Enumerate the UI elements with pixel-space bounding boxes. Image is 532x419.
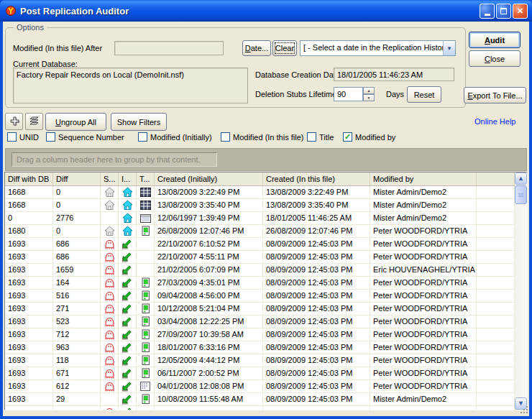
table-cell: 1693 — [5, 380, 53, 393]
table-cell: 10/12/2008 5:21:04 PM — [155, 303, 263, 316]
table-cell: 08/09/2009 12:45:03 PM — [263, 316, 370, 328]
table-row[interactable]: 169352303/04/2008 12:22:25 PM08/09/2009 … — [5, 316, 515, 328]
checkbox-modified-in-this-file-[interactable]: Modified (In this file) — [221, 132, 303, 142]
table-row[interactable]: 0277612/06/1997 1:39:49 PM18/01/2005 11:… — [5, 212, 515, 225]
collapse-all-button[interactable] — [25, 113, 43, 130]
maximize-button[interactable] — [496, 4, 511, 19]
table-row[interactable]: 1668013/08/2009 3:22:49 PM13/08/2009 3:2… — [5, 186, 515, 199]
group-by-area[interactable]: Drag a column header here to group by th… — [5, 148, 527, 171]
table-row[interactable]: 169371227/09/2007 10:39:58 AM08/09/2009 … — [5, 328, 515, 341]
table-row[interactable]: 1680026/08/2009 12:07:46 PM26/08/2009 12… — [5, 225, 515, 238]
checkbox-unchecked-icon[interactable] — [7, 132, 17, 142]
checkbox-unchecked-icon[interactable] — [138, 132, 147, 142]
table-row[interactable]: 169311812/05/2009 4:44:12 PM08/09/2009 1… — [5, 354, 515, 367]
import-icon — [119, 316, 137, 328]
ungroup-all-button[interactable]: Ungroup All — [45, 113, 106, 131]
close-icon: ✕ — [517, 6, 523, 16]
close-button[interactable]: Close — [469, 50, 520, 67]
table-row[interactable]: 169351609/04/2008 4:56:00 PM08/09/2009 1… — [5, 290, 515, 303]
column-header-diff[interactable]: Diff — [53, 172, 101, 185]
minimize-button[interactable] — [480, 4, 495, 19]
spin-up-icon[interactable]: ▲ — [363, 87, 375, 94]
table-cell: 1693 — [5, 316, 53, 328]
spin-down-icon[interactable]: ▼ — [363, 94, 375, 101]
checkbox-sequence-number[interactable]: Sequence Number — [46, 132, 124, 142]
table-row[interactable]: 169368622/10/2007 6:10:52 PM08/09/2009 1… — [5, 238, 515, 251]
stubs-lifetime-label: Deletion Stubs Lifetime: — [255, 90, 339, 98]
ghost-icon — [101, 290, 119, 303]
audit-button[interactable]: Audit — [469, 32, 520, 48]
expand-plus-icon — [9, 115, 20, 128]
table-row[interactable]: 169396318/01/2007 6:33:16 PM08/09/2009 1… — [5, 341, 515, 354]
export-to-file-button[interactable]: Export To File... — [464, 87, 526, 103]
replication-history-dropdown[interactable]: [ - Select a date in the Replication His… — [300, 40, 456, 56]
table-row[interactable]: 1693165921/02/2005 6:07:09 PM08/09/2009 … — [5, 264, 515, 277]
table-cell: 686 — [53, 238, 101, 251]
date-button[interactable]: Date... — [242, 40, 271, 56]
table-cell — [477, 393, 515, 406]
table-cell: 1693 — [5, 290, 53, 303]
resize-grip[interactable] — [520, 405, 528, 415]
table-cell: 18/01/2007 6:33:16 PM — [155, 341, 263, 354]
table-row[interactable]: 169368622/10/2007 4:55:11 PM08/09/2009 1… — [5, 251, 515, 264]
table-cell: 671 — [53, 367, 101, 380]
stubs-lifetime-input[interactable] — [334, 87, 363, 101]
table-row[interactable] — [5, 406, 515, 410]
checkbox-modified-initially-[interactable]: Modified (Initially) — [138, 132, 212, 142]
table-cell — [155, 406, 263, 410]
table-cell: 1693 — [5, 354, 53, 367]
import-icon — [119, 303, 137, 316]
table-row[interactable]: 16932910/08/2009 11:55:48 AM08/09/2009 1… — [5, 393, 515, 406]
import-icon — [119, 341, 137, 354]
checkbox-unid[interactable]: UNID — [7, 132, 39, 142]
column-header-t[interactable]: T... — [137, 172, 155, 185]
table-cell: 08/09/2009 12:45:03 PM — [263, 341, 370, 354]
table-cell: 1693 — [5, 277, 53, 290]
table-cell: 08/09/2009 12:45:03 PM — [263, 367, 370, 380]
scroll-up-icon[interactable]: ▲ — [515, 172, 527, 185]
doc-icon — [137, 225, 155, 238]
grid-icon — [137, 380, 155, 393]
table-cell: 13/08/2009 3:22:49 PM — [263, 186, 370, 199]
online-help-link[interactable]: Online Help — [474, 117, 515, 126]
table-cell: 1659 — [53, 264, 101, 277]
scrollbar-thumb[interactable] — [515, 185, 527, 204]
vertical-scrollbar[interactable]: ▲ ▼ — [515, 172, 527, 410]
checkbox-unchecked-icon[interactable] — [307, 132, 316, 142]
column-header-created-in-this-file[interactable]: Created (In this file) — [263, 172, 370, 185]
column-header-created-initially[interactable]: Created (Initially) — [155, 172, 263, 185]
column-header-diff-with-db[interactable]: Diff with DB — [5, 172, 53, 185]
table-cell — [477, 316, 515, 328]
show-filters-button[interactable]: Show Filters — [111, 113, 167, 131]
clear-button[interactable]: Clear — [272, 40, 297, 56]
column-header-modified-by[interactable]: Modified by — [370, 172, 477, 185]
table-cell: 06/11/2007 2:00:52 PM — [155, 367, 263, 380]
import-icon — [119, 380, 137, 393]
table-cell: Peter WOODFORD/YTRIA — [370, 354, 477, 367]
column-header-s[interactable]: S... — [101, 172, 119, 185]
column-header-empty[interactable] — [477, 172, 515, 185]
table-row[interactable]: 169367106/11/2007 2:00:52 PM08/09/2009 1… — [5, 367, 515, 380]
chevron-down-icon[interactable]: ▼ — [443, 41, 455, 55]
titlebar[interactable]: Post Replication Auditor ✕ — [0, 0, 532, 22]
column-header-i[interactable]: I... — [119, 172, 137, 185]
checkbox-checked-icon[interactable]: ✓ — [343, 132, 352, 142]
table-row[interactable]: 1668013/08/2009 3:35:40 PM13/08/2009 3:3… — [5, 199, 515, 212]
table-row[interactable]: 169361204/01/2008 12:08:08 PM08/09/2009 … — [5, 380, 515, 393]
close-window-button[interactable]: ✕ — [513, 4, 528, 19]
checkbox-unchecked-icon[interactable] — [46, 132, 55, 142]
table-cell: 08/09/2009 12:45:03 PM — [263, 290, 370, 303]
doc-icon — [137, 393, 155, 406]
table-cell: Peter WOODFORD/YTRIA — [370, 367, 477, 380]
creation-date-label: Database Creation Date: — [255, 70, 342, 79]
checkbox-modified-by[interactable]: ✓Modified by — [343, 132, 395, 142]
import-icon — [119, 328, 137, 341]
checkbox-unchecked-icon[interactable] — [221, 132, 230, 142]
table-row[interactable]: 169327110/12/2008 5:21:04 PM08/09/2009 1… — [5, 303, 515, 316]
table-row[interactable]: 169316427/03/2009 4:35:01 PM08/09/2009 1… — [5, 277, 515, 290]
doc-icon — [137, 354, 155, 367]
checkbox-title[interactable]: Title — [307, 132, 334, 142]
reset-button[interactable]: Reset — [407, 86, 441, 103]
modified-after-input[interactable] — [114, 41, 224, 55]
expand-all-button[interactable] — [5, 113, 23, 130]
